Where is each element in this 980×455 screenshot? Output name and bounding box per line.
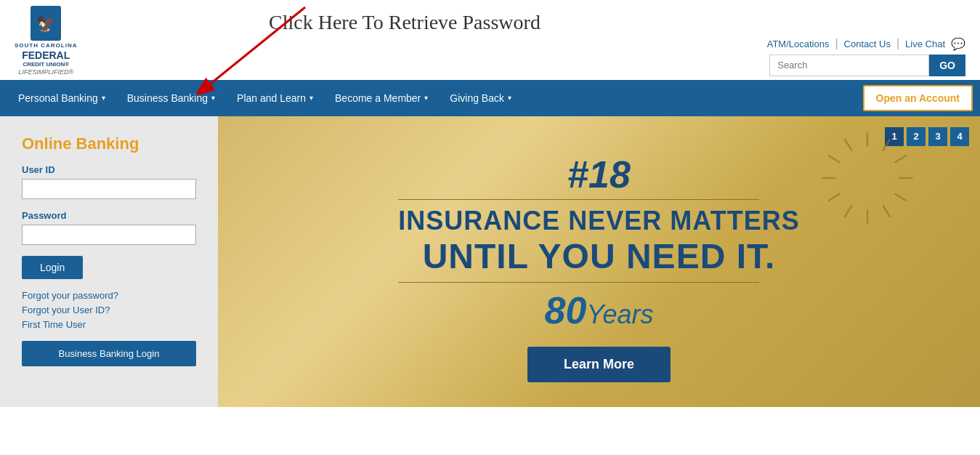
svg-line-14	[828, 156, 840, 163]
open-account-button[interactable]: Open an Account	[863, 85, 973, 111]
chevron-down-icon: ▾	[424, 94, 428, 102]
logo-icon: 🦅	[31, 6, 61, 41]
password-input[interactable]	[22, 225, 196, 245]
nav-business-banking[interactable]: Business Banking ▾	[116, 80, 226, 116]
slider-dot-4[interactable]: 4	[950, 127, 969, 146]
nav-personal-banking[interactable]: Personal Banking ▾	[7, 80, 116, 116]
business-banking-login-button[interactable]: Business Banking Login	[22, 341, 196, 366]
atm-locations-link[interactable]: ATM/Locations	[767, 39, 830, 49]
password-label: Password	[22, 210, 196, 221]
forgot-user-id-link[interactable]: Forgot your User ID?	[22, 305, 196, 315]
live-chat-link[interactable]: Live Chat	[905, 39, 945, 49]
chevron-down-icon: ▾	[309, 94, 313, 102]
svg-text:🦅: 🦅	[36, 14, 57, 33]
svg-line-11	[845, 205, 852, 217]
search-go-button[interactable]: GO	[929, 55, 965, 76]
hero-line1: INSURANCE NEVER MATTERS	[398, 206, 799, 236]
contact-us-link[interactable]: Contact Us	[844, 39, 891, 49]
search-bar: GO	[769, 55, 965, 76]
hero-banner: 1 2 3 4	[218, 116, 980, 407]
top-links: ATM/Locations | Contact Us | Live Chat 💬	[767, 37, 965, 51]
retrieve-password-annotation: Click Here To Retrieve Password	[269, 11, 540, 34]
user-id-input[interactable]	[22, 179, 196, 199]
top-right: ATM/Locations | Contact Us | Live Chat 💬…	[762, 37, 965, 76]
login-button[interactable]: Login	[22, 256, 83, 279]
nav-plan-learn[interactable]: Plan and Learn ▾	[226, 80, 324, 116]
chevron-down-icon: ▾	[508, 94, 511, 102]
online-banking-sidebar: Online Banking User ID Password Login Fo…	[0, 116, 218, 407]
logo: 🦅 SOUTH CAROLINA FEDERAL CREDIT UNION® L…	[15, 6, 77, 76]
hero-years: 80Years	[398, 289, 799, 332]
forgot-password-link[interactable]: Forgot your password?	[22, 290, 196, 301]
separator-1: |	[835, 37, 838, 50]
online-banking-title: Online Banking	[22, 134, 196, 153]
svg-line-12	[828, 193, 840, 201]
chevron-down-icon: ▾	[211, 94, 215, 102]
svg-line-5	[883, 139, 890, 150]
nav-giving-back[interactable]: Giving Back ▾	[439, 80, 522, 116]
sunburst-graphic	[813, 124, 922, 233]
learn-more-button[interactable]: Learn More	[527, 347, 671, 382]
slider-dot-3[interactable]: 3	[928, 127, 947, 146]
svg-line-15	[845, 139, 852, 150]
hero-divider-top	[398, 199, 759, 200]
user-id-label: User ID	[22, 164, 196, 175]
top-section: 🦅 SOUTH CAROLINA FEDERAL CREDIT UNION® L…	[0, 0, 980, 80]
first-time-user-link[interactable]: First Time User	[22, 319, 196, 330]
logo-text: SOUTH CAROLINA FEDERAL CREDIT UNION® LIF…	[15, 42, 77, 76]
chevron-down-icon: ▾	[102, 94, 105, 102]
hero-number: #18	[398, 156, 799, 193]
svg-line-8	[895, 193, 907, 201]
main-content: Online Banking User ID Password Login Fo…	[0, 116, 980, 407]
svg-line-9	[883, 205, 890, 217]
sidebar-links: Forgot your password? Forgot your User I…	[22, 290, 196, 330]
separator-2: |	[896, 37, 899, 50]
search-input[interactable]	[769, 55, 929, 76]
live-chat-icon: 💬	[951, 37, 965, 51]
svg-line-6	[895, 156, 907, 163]
hero-divider-bottom	[398, 282, 759, 283]
main-navigation: Personal Banking ▾ Business Banking ▾ Pl…	[0, 80, 980, 116]
nav-become-member[interactable]: Become a Member ▾	[324, 80, 439, 116]
hero-line2: UNTIL YOU NEED IT.	[398, 236, 799, 276]
